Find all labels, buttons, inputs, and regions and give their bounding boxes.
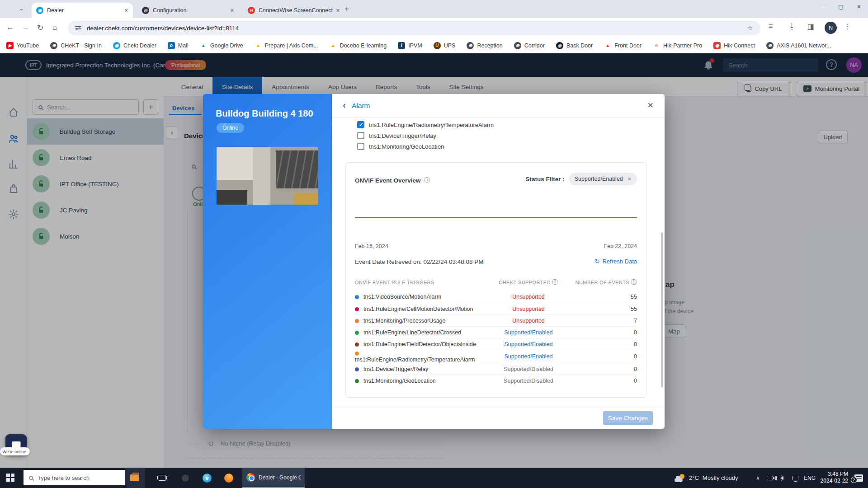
tab-close-icon[interactable]: ✕ [124,8,128,14]
new-tab-button[interactable]: + [344,5,349,14]
language-indicator[interactable]: ENG [804,468,816,488]
bookmark-item[interactable]: ⊕ CHeKT - Sign In [50,42,102,49]
info-icon[interactable]: ⓘ [425,176,430,184]
bookmark-item[interactable]: ▲ Prepare | Axis Com... [255,42,318,49]
bookmark-item[interactable]: ⊕ Reception [467,42,502,49]
info-icon[interactable]: ⓘ [631,279,637,286]
back-chevron-icon[interactable]: ‹ [343,100,346,110]
status-filter-chip[interactable]: Supported/Enabled ✕ [569,173,637,185]
event-count: 55 [574,306,637,312]
back-icon[interactable]: ← [6,23,14,32]
table-row[interactable]: tns1:VideoSource/MotionAlarm Unsupported… [355,291,637,303]
weather-icon [675,474,685,482]
event-count: 7 [574,318,637,324]
bookmark-star-icon[interactable]: ☆ [747,24,753,32]
support-status: Supported/Disabled [483,366,574,372]
browser-tab[interactable]: ◎ Configuration ✕ [137,3,239,18]
bookmark-item[interactable]: ⊕ AXIS A1601 Networ... [766,42,831,49]
meet-now-icon[interactable] [767,468,773,488]
browser-tab-bar: ⌄ ◉ Dealer ✕ ◎ Configuration ✕ H Connect… [0,0,868,18]
table-row[interactable]: tns1:Device/Trigger/Relay Supported/Disa… [355,363,637,375]
task-view-icon[interactable] [152,468,172,488]
weather-widget[interactable]: 2°C Mostly cloudy [675,468,738,488]
side-panel-icon[interactable]: ◨ [807,22,814,31]
active-app-button[interactable]: Dealer - Google Ch... [242,468,305,488]
browser-profile-avatar[interactable]: N [825,22,837,34]
tab-close-icon[interactable]: ✕ [230,8,234,14]
event-count: 0 [574,378,637,384]
event-count: 0 [574,329,637,336]
table-row[interactable]: tns1:RuleEngine/FieldDetector/ObjectsIns… [355,338,637,350]
chrome-icon [246,473,255,482]
chip-remove-icon[interactable]: ✕ [627,176,632,182]
checkbox[interactable] [357,121,364,128]
bookmark-item[interactable]: ▶ YouTube [6,42,39,49]
window-minimize-icon[interactable]: — [814,0,832,14]
support-status: Supported/Enabled [483,353,574,360]
table-row[interactable]: tns1:RuleEngine/CellMotionDetector/Motio… [355,303,637,314]
event-count: 0 [574,353,637,360]
browser-tab[interactable]: ◉ Dealer ✕ [32,3,133,18]
device-name: Bulldog Building 4 180 [216,108,313,119]
reload-icon[interactable]: ↻ [37,23,43,33]
clock[interactable]: 3:48 PM 2024-02-22 [819,471,848,488]
bookmark-item[interactable]: ⊕ Corridor [514,42,545,49]
checkbox[interactable] [357,143,364,150]
modal-title: Alarm [352,102,370,110]
network-icon[interactable] [792,468,798,488]
download-icon[interactable]: ⭳ [788,22,796,30]
bookmark-item[interactable]: ℮ Hik-Partner Pro [653,42,702,49]
bookmark-item[interactable]: ▲ Google Drive [200,42,243,49]
site-settings-icon[interactable] [75,26,81,30]
bookmark-item[interactable]: o Mail [168,42,189,49]
taskbar-search-input[interactable]: Type here to search [24,470,125,485]
home-icon[interactable]: ⌂ [52,23,57,32]
series-color-dot [355,379,359,383]
bookmark-item[interactable]: ◉ Back Door [556,42,593,49]
browser-menu-icon[interactable]: ⋮ [844,22,851,31]
info-icon[interactable]: ⓘ [552,279,558,286]
bookmark-favicon: ⊕ [766,42,774,49]
chat-status-label: We're online. [0,447,30,455]
online-status-badge: Online [217,123,244,133]
bookmark-item[interactable]: ◉ Chekt Dealer [113,42,156,49]
tab-favicon: ◉ [36,7,43,14]
tray-expand-icon[interactable]: ∧ [756,468,760,488]
omnibox[interactable]: dealer.chekt.com/customers/devices/devic… [68,21,760,35]
window-maximize-icon[interactable]: ▢ [832,0,850,14]
start-button-icon[interactable] [6,474,14,482]
taskbar-app-briefcase-icon[interactable] [125,468,145,488]
tab-search-icon[interactable]: ⌄ [19,5,24,12]
table-row[interactable]: tns1:RuleEngine/Radiometry/TemperatureAl… [355,350,637,363]
camera-thumbnail[interactable] [217,147,318,205]
event-checkbox-row: tns1:RuleEngine/Radiometry/TemperatureAl… [357,119,494,130]
bookmark-label: YouTube [17,42,39,49]
bookmark-item[interactable]: ▲ Docebo E-learning [330,42,387,49]
table-row[interactable]: tns1:RuleEngine/LineDetector/Crossed Sup… [355,326,637,338]
checkbox[interactable] [357,132,364,139]
modal-scrollbar[interactable] [661,232,663,387]
browser-tab[interactable]: H ConnectWise ScreenConnect R... ✕ [243,3,344,18]
table-header-row: ONVIF EVENT RULE TRIGGERS CHEKT SUPPORTE… [355,274,637,291]
bookmark-item[interactable]: U UPS [434,42,456,49]
action-center-icon[interactable]: 2 [854,468,863,488]
tab-close-icon[interactable]: ✕ [336,8,340,14]
edge-icon[interactable]: e [197,468,217,488]
bookmark-item[interactable]: ◉ Hik-Connect [713,42,755,49]
firefox-icon[interactable] [219,468,239,488]
status-filter: Status Filter : Supported/Enabled ✕ [525,173,637,185]
bookmark-item[interactable]: I IPVM [398,42,422,49]
close-icon[interactable]: ✕ [647,101,654,110]
table-row[interactable]: tns1:Monitoring/GeoLocation Supported/Di… [355,375,637,386]
bookmark-item[interactable]: ▲ Front Door [604,42,642,49]
bookmark-favicon: ▲ [200,42,207,49]
volume-icon[interactable] [780,468,783,488]
save-changes-button[interactable]: Save Changes [603,411,653,425]
reading-list-icon[interactable]: ≡ [769,22,773,30]
refresh-data-button[interactable]: ↻ Refresh Data [595,258,637,265]
table-row[interactable]: tns1:Monitoring/ProcessorUsage Unsupport… [355,314,637,326]
window-close-icon[interactable]: ✕ [850,0,868,14]
forward-icon[interactable]: → [22,23,29,32]
taskbar-app-dark-icon[interactable] [175,468,195,488]
series-color-dot [355,352,359,356]
